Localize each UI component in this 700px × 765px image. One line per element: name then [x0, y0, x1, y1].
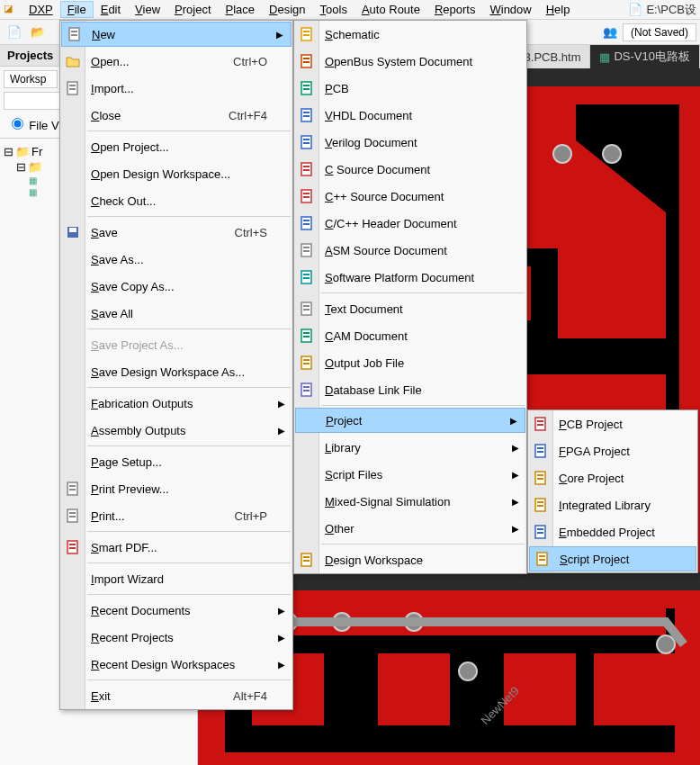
- file-item-check-out[interactable]: Check Out...: [60, 187, 292, 214]
- svg-rect-36: [69, 544, 76, 545]
- new-item-output-job-file[interactable]: Output Job File: [294, 349, 526, 376]
- new-item-c-source-document[interactable]: C Source Document: [294, 156, 526, 183]
- file-view-radio[interactable]: File Vi: [7, 120, 61, 132]
- project-item-pcb-project[interactable]: PCB Project: [528, 410, 697, 437]
- new-item-script-files[interactable]: Script Files▶: [294, 461, 526, 488]
- new-item-other[interactable]: Other▶: [294, 515, 526, 542]
- svg-rect-63: [303, 247, 310, 248]
- menu-view[interactable]: View: [128, 1, 167, 18]
- file-item-save-copy-as[interactable]: Save Copy As...: [60, 273, 292, 300]
- menu-dxp[interactable]: DXP: [22, 1, 60, 18]
- menu-edit[interactable]: Edit: [94, 1, 128, 18]
- svg-rect-82: [303, 560, 310, 562]
- new-item-text-document[interactable]: Text Document: [294, 295, 526, 322]
- shortcut-label: Ctrl+P: [235, 509, 267, 523]
- file-item-fabrication-outputs[interactable]: Fabrication Outputs▶: [60, 390, 292, 417]
- new-item-database-link-file[interactable]: Database Link File: [294, 376, 526, 403]
- file-item-recent-design-workspaces[interactable]: Recent Design Workspaces▶: [60, 651, 292, 678]
- submenu-arrow-icon: ▶: [512, 470, 519, 480]
- svg-rect-64: [303, 250, 310, 252]
- file-item-print-preview[interactable]: Print Preview...: [60, 475, 292, 502]
- menu-item-label: Recent Design Workspaces: [91, 658, 235, 671]
- svg-rect-60: [303, 220, 310, 221]
- new-item-schematic[interactable]: Schematic: [294, 21, 526, 48]
- new-item-cam-document[interactable]: CAM Document: [294, 322, 526, 349]
- file-item-smart-pdf[interactable]: Smart PDF...: [60, 534, 292, 561]
- menu-reports[interactable]: Reports: [427, 1, 483, 18]
- svg-rect-67: [303, 277, 310, 279]
- file-item-recent-documents[interactable]: Recent Documents▶: [60, 597, 292, 624]
- file-item-save[interactable]: SaveCtrl+S: [60, 219, 292, 246]
- new-item-c-c-header-document[interactable]: C/C++ Header Document: [294, 210, 526, 237]
- file-item-import-wizard[interactable]: Import Wizard: [60, 565, 292, 592]
- project-item-script-project[interactable]: Script Project: [529, 546, 696, 572]
- new-item-c-source-document[interactable]: C++ Source Document: [294, 183, 526, 210]
- pdf-icon: [64, 538, 82, 556]
- svg-rect-4: [558, 266, 612, 320]
- svg-rect-22: [71, 31, 77, 32]
- file-item-assembly-outputs[interactable]: Assembly Outputs▶: [60, 417, 292, 444]
- toolbar-new-icon[interactable]: 📄: [4, 22, 25, 42]
- svg-rect-52: [303, 142, 310, 144]
- svg-rect-58: [303, 196, 310, 198]
- file-item-open-design-workspace[interactable]: Open Design Workspace...: [60, 160, 292, 187]
- submenu-arrow-icon: ▶: [278, 399, 285, 409]
- svg-rect-73: [303, 336, 310, 338]
- menu-place[interactable]: Place: [219, 1, 263, 18]
- doc-icon: [64, 687, 82, 705]
- menu-auto-route[interactable]: Auto Route: [354, 1, 427, 18]
- doc-icon: [298, 519, 316, 537]
- menu-window[interactable]: Window: [482, 1, 538, 18]
- file-item-page-setup[interactable]: Page Setup...: [60, 448, 292, 475]
- menu-item-label: Software Platform Document: [325, 271, 474, 284]
- svg-rect-33: [69, 512, 76, 514]
- svg-rect-55: [303, 169, 310, 171]
- file-item-recent-projects[interactable]: Recent Projects▶: [60, 624, 292, 651]
- new-item-asm-source-document[interactable]: ASM Source Document: [294, 237, 526, 264]
- file-item-save-design-workspace-as[interactable]: Save Design Workspace As...: [60, 358, 292, 385]
- menu-design[interactable]: Design: [262, 1, 312, 18]
- file-item-exit[interactable]: ExitAlt+F4: [60, 682, 292, 709]
- new-item-verilog-document[interactable]: Verilog Document: [294, 129, 526, 156]
- file-item-open[interactable]: Open...Ctrl+O: [60, 48, 292, 75]
- menu-item-label: Schematic: [325, 28, 380, 41]
- project-item-core-project[interactable]: Core Project: [528, 464, 697, 491]
- cam-icon: [298, 327, 316, 345]
- toolbar-misc-icon[interactable]: 👥: [599, 22, 621, 42]
- tab-pcb[interactable]: ▦DS-V10电路板: [590, 45, 700, 68]
- menu-tools[interactable]: Tools: [313, 1, 354, 18]
- new-item-software-platform-document[interactable]: Software Platform Document: [294, 264, 526, 291]
- ws-icon: [298, 551, 316, 569]
- menu-file[interactable]: File: [60, 1, 94, 18]
- project-item-embedded-project[interactable]: Embedded Project: [528, 518, 697, 545]
- file-item-import[interactable]: Import...: [60, 75, 292, 102]
- project-item-fpga-project[interactable]: FPGA Project: [528, 437, 697, 464]
- svg-rect-54: [303, 166, 310, 167]
- new-item-design-workspace[interactable]: Design Workspace: [294, 546, 526, 573]
- file-item-close[interactable]: CloseCtrl+F4: [60, 102, 292, 129]
- file-item-print[interactable]: Print...Ctrl+P: [60, 502, 292, 529]
- menu-project[interactable]: Project: [167, 1, 218, 18]
- file-item-save-all[interactable]: Save All: [60, 300, 292, 327]
- file-item-open-project[interactable]: Open Project...: [60, 133, 292, 160]
- menu-item-label: Check Out...: [91, 194, 156, 208]
- menu-item-label: Save Design Workspace As...: [91, 365, 245, 379]
- menu-item-label: OpenBus System Document: [325, 55, 472, 68]
- svg-rect-78: [303, 386, 310, 388]
- new-item-mixed-signal-simulation[interactable]: Mixed-Signal Simulation▶: [294, 488, 526, 515]
- doc-icon: [64, 304, 82, 322]
- new-item-vhdl-document[interactable]: VHDL Document: [294, 102, 526, 129]
- file-item-new[interactable]: New▶: [61, 22, 292, 47]
- new-item-openbus-system-document[interactable]: OpenBus System Document: [294, 48, 526, 75]
- new-item-pcb[interactable]: PCB: [294, 75, 526, 102]
- project-item-integrated-library[interactable]: Integrated Library: [528, 491, 697, 518]
- menu-help[interactable]: Help: [539, 1, 578, 18]
- toolbar-open-icon[interactable]: 📂: [27, 22, 49, 42]
- file-item-save-as[interactable]: Save As...: [60, 246, 292, 273]
- svg-rect-46: [303, 88, 310, 90]
- menu-item-label: Integrated Library: [559, 499, 651, 512]
- new-item-library[interactable]: Library▶: [294, 434, 526, 461]
- new-item-project[interactable]: Project▶: [295, 408, 525, 433]
- menu-item-label: Save Project As...: [91, 338, 184, 352]
- workspace-button[interactable]: Worksp: [4, 70, 58, 88]
